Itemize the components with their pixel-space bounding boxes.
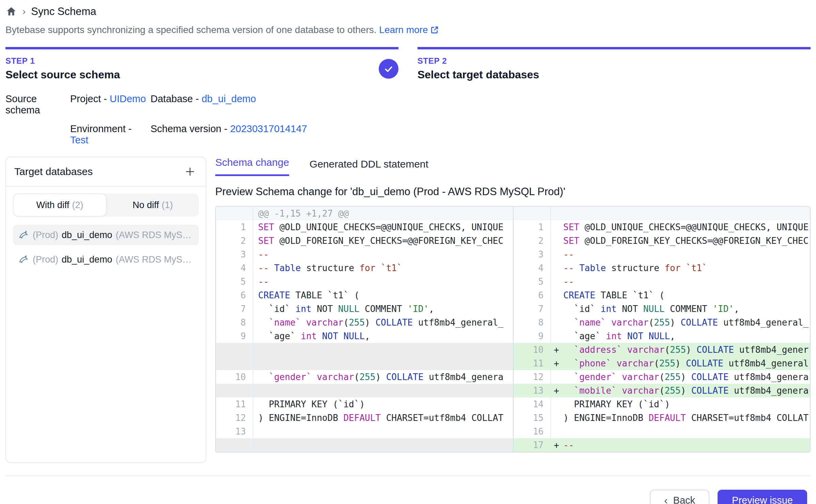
diff-code-line: --: [253, 248, 513, 261]
line-number-old: 13: [216, 425, 253, 438]
step-1-title: Select source schema: [5, 68, 120, 81]
line-number-new: 7: [514, 302, 551, 316]
preview-tabs: Schema change Generated DDL statement: [215, 157, 811, 176]
stepper: STEP 1 Select source schema STEP 2 Selec…: [5, 47, 811, 81]
diff-row: 9 `age` int NOT NULL,9 `age` int NOT NUL…: [216, 329, 810, 343]
line-number-old: 8: [216, 316, 253, 329]
diff-add-marker: [551, 207, 563, 220]
page-description: Bytebase supports synchronizing a specif…: [5, 25, 811, 37]
diff-add-marker: [551, 234, 563, 248]
step-2: STEP 2 Select target databases: [418, 47, 811, 81]
project-link[interactable]: UIDemo: [110, 93, 146, 104]
breadcrumb: › Sync Schema: [5, 4, 811, 19]
diff-row: 1SET @OLD_UNIQUE_CHECKS=@@UNIQUE_CHECKS,…: [216, 220, 810, 234]
db-name: db_ui_demo: [62, 254, 112, 265]
diff-code-line: `mobile` varchar(255) COLLATE utf8mb4_ge…: [563, 384, 810, 397]
add-target-database-button[interactable]: [183, 164, 198, 179]
diff-code-line: [253, 438, 513, 452]
preview-title: Preview Schema change for 'db_ui_demo (P…: [215, 186, 811, 198]
line-number-new: 14: [514, 397, 551, 411]
line-number-new: 17: [514, 438, 551, 452]
learn-more-link[interactable]: Learn more: [379, 25, 439, 35]
diff-add-marker: [551, 248, 563, 261]
diff-code-line: `phone` varchar(255) COLLATE utf8mb4_gen…: [563, 357, 810, 370]
diff-code-line: PRIMARY KEY (`id`): [253, 397, 513, 411]
schema-version-link[interactable]: 20230317014147: [230, 123, 307, 134]
db-environment: (Prod): [33, 254, 58, 265]
diff-code-line: --: [563, 248, 810, 261]
diff-code-line: --: [563, 275, 810, 288]
target-databases-title: Target databases: [14, 166, 93, 177]
back-button[interactable]: ‹ Back: [650, 490, 709, 504]
diff-code-line: SET @OLD_FOREIGN_KEY_CHECKS=@@FOREIGN_KE…: [563, 234, 810, 248]
diff-add-marker: +: [551, 357, 563, 370]
diff-add-marker: [551, 316, 563, 329]
tab-generated-ddl[interactable]: Generated DDL statement: [310, 158, 428, 176]
tab-no-diff[interactable]: No diff(1): [107, 193, 199, 217]
diff-code-line: [253, 357, 513, 370]
line-number-old: [216, 384, 253, 397]
diff-code-line: `id` int NOT NULL COMMENT 'ID',: [253, 302, 513, 316]
line-number-old: 4: [216, 261, 253, 275]
diff-add-marker: [551, 425, 563, 438]
diff-code-line: ) ENGINE=InnoDB DEFAULT CHARSET=utf8mb4 …: [563, 411, 810, 425]
line-number-old: [216, 207, 253, 220]
diff-code-line: [563, 207, 810, 220]
diff-code-line: [253, 425, 513, 438]
diff-code-line: CREATE TABLE `t1` (: [253, 288, 513, 302]
line-number-new: 9: [514, 329, 551, 343]
line-number-new: 1: [514, 220, 551, 234]
source-field-project: Project - UIDemo: [70, 93, 151, 105]
diff-row: 11+ `phone` varchar(255) COLLATE utf8mb4…: [216, 357, 810, 370]
check-icon: [383, 64, 394, 74]
db-instance: (AWS RDS MyS…: [116, 230, 192, 240]
diff-code-line: @@ -1,15 +1,27 @@: [253, 207, 513, 220]
line-number-old: 1: [216, 220, 253, 234]
line-number-new: 6: [514, 288, 551, 302]
diff-row: 17+--: [216, 438, 810, 452]
diff-row: 11 PRIMARY KEY (`id`)14 PRIMARY KEY (`id…: [216, 397, 810, 411]
diff-code-line: `name` varchar(255) COLLATE utf8mb4_gene…: [563, 316, 810, 329]
preview-issue-button[interactable]: Preview issue: [718, 490, 807, 504]
diff-row: @@ -1,15 +1,27 @@: [216, 207, 810, 220]
tab-schema-change[interactable]: Schema change: [215, 157, 289, 176]
diff-code-line: CREATE TABLE `t1` (: [563, 288, 810, 302]
diff-row: 12) ENGINE=InnoDB DEFAULT CHARSET=utf8mb…: [216, 411, 810, 425]
line-number-old: 5: [216, 275, 253, 288]
target-database-item-2[interactable]: (Prod)db_ui_demo(AWS RDS MyS…: [13, 249, 199, 270]
diff-row: 3--3--: [216, 248, 810, 261]
diff-add-marker: +: [551, 438, 563, 452]
step-2-title: Select target databases: [418, 68, 539, 81]
db-name: db_ui_demo: [62, 230, 112, 240]
environment-link[interactable]: Test: [70, 135, 88, 145]
diff-row: 6CREATE TABLE `t1` (6CREATE TABLE `t1` (: [216, 288, 810, 302]
diff-code-line: `age` int NOT NULL,: [253, 329, 513, 343]
diff-row: 10 `gender` varchar(255) COLLATE utf8mb4…: [216, 370, 810, 384]
diff-row: 7 `id` int NOT NULL COMMENT 'ID',7 `id` …: [216, 302, 810, 316]
diff-row: 4-- Table structure for `t1`4-- Table st…: [216, 261, 810, 275]
diff-code-line: SET @OLD_UNIQUE_CHECKS=@@UNIQUE_CHECKS, …: [563, 220, 810, 234]
diff-code-line: `age` int NOT NULL,: [563, 329, 810, 343]
diff-row: 2SET @OLD_FOREIGN_KEY_CHECKS=@@FOREIGN_K…: [216, 234, 810, 248]
step-2-label: STEP 2: [418, 56, 539, 66]
line-number-old: [216, 438, 253, 452]
tab-with-diff[interactable]: With diff(2): [13, 193, 107, 217]
diff-view[interactable]: @@ -1,15 +1,27 @@1SET @OLD_UNIQUE_CHECKS…: [215, 206, 811, 453]
db-instance: (AWS RDS MyS…: [116, 254, 192, 265]
line-number-new: 8: [514, 316, 551, 329]
database-link[interactable]: db_ui_demo: [202, 93, 256, 104]
home-icon[interactable]: [5, 6, 17, 17]
diff-add-marker: [551, 397, 563, 411]
source-field-schema-version: Schema version - 20230317014147: [151, 123, 811, 135]
diff-code-line: -- Table structure for `t1`: [563, 261, 810, 275]
line-number-new: 3: [514, 248, 551, 261]
line-number-old: [216, 343, 253, 357]
diff-code-line: SET @OLD_UNIQUE_CHECKS=@@UNIQUE_CHECKS, …: [253, 220, 513, 234]
line-number-old: 12: [216, 411, 253, 425]
diff-row: 13+ `mobile` varchar(255) COLLATE utf8mb…: [216, 384, 810, 397]
line-number-new: 10: [514, 343, 551, 357]
source-schema-label: Source schema: [5, 93, 70, 116]
step-1-completed-badge: [379, 59, 398, 79]
target-database-item-1[interactable]: (Prod)db_ui_demo(AWS RDS MyS…: [13, 225, 199, 245]
source-field-database: Database - db_ui_demo: [151, 93, 811, 105]
